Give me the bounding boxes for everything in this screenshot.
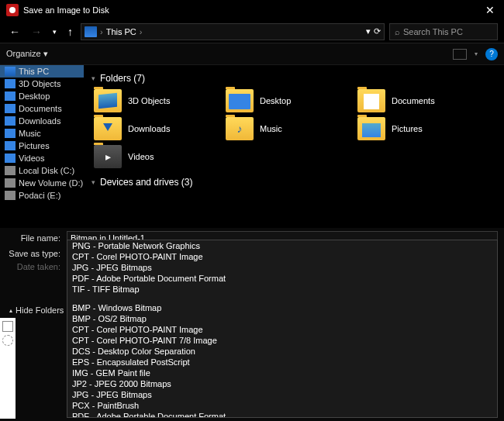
dropdown-option[interactable]: DCS - Desktop Color Separation <box>67 346 497 357</box>
sidebar-item-label: Desktop <box>19 91 50 101</box>
view-dropdown-icon[interactable]: ▾ <box>475 50 478 57</box>
close-icon[interactable]: ✕ <box>482 4 498 16</box>
folder-icon <box>94 117 122 140</box>
sidebar-item-local-disk-c-[interactable]: Local Disk (C:) <box>0 164 84 177</box>
dropdown-option[interactable]: CPT - Corel PHOTO-PAINT Image <box>67 324 497 335</box>
refresh-icon[interactable]: ⟳ <box>374 26 381 36</box>
sidebar-item-label: 3D Objects <box>19 79 60 88</box>
dropdown-option[interactable]: JP2 - JPEG 2000 Bitmaps <box>67 378 497 389</box>
back-button[interactable]: ← <box>6 24 23 40</box>
dropdown-option[interactable]: BMP - Windows Bitmap <box>67 302 497 313</box>
up-button[interactable]: ↑ <box>64 24 76 40</box>
hide-folders-button[interactable]: Hide Folders <box>0 302 73 318</box>
dropdown-option[interactable]: CPT - Corel PHOTO-PAINT 7/8 Image <box>67 335 497 346</box>
pc-icon <box>85 26 97 37</box>
folder-icon <box>94 145 122 168</box>
dropdown-option[interactable]: PNG - Portable Network Graphics <box>67 240 497 251</box>
sidebar-item-label: Local Disk (C:) <box>19 166 74 175</box>
tool-panel <box>0 318 16 419</box>
folder-desktop[interactable]: Desktop <box>223 87 355 115</box>
sidebar-item-videos[interactable]: Videos <box>0 152 84 164</box>
help-button[interactable]: ? <box>485 48 498 60</box>
tool-slot[interactable] <box>2 335 13 346</box>
sidebar: This PC3D ObjectsDesktopDocumentsDownloa… <box>0 65 84 228</box>
sidebar-item-desktop[interactable]: Desktop <box>0 90 84 102</box>
sidebar-item-downloads[interactable]: Downloads <box>0 115 84 127</box>
drives-section-header[interactable]: Devices and drives (3) <box>91 174 496 191</box>
tool-slot[interactable] <box>2 321 13 332</box>
folder-icon <box>94 89 122 112</box>
sidebar-item-label: New Volume (D:) <box>19 178 83 188</box>
datetaken-label: Date taken: <box>6 262 67 271</box>
folder-label: Documents <box>392 96 435 105</box>
search-input[interactable]: ⌕ Search This PC <box>389 23 498 40</box>
toolbar: Organize ▾ ▾ ? <box>0 43 504 65</box>
sidebar-item-label: This PC <box>19 67 49 76</box>
dropdown-option[interactable]: PDF - Adobe Portable Document Format <box>67 411 497 418</box>
folder-icon <box>226 89 254 112</box>
sidebar-item-label: Documents <box>19 104 62 113</box>
dl-icon <box>5 116 16 126</box>
disk-icon <box>5 191 16 200</box>
folders-section-header[interactable]: Folders (7) <box>91 70 496 87</box>
sidebar-item-podaci-e-[interactable]: Podaci (E:) <box>0 189 84 202</box>
filename-label: File name: <box>6 233 67 243</box>
navbar: ← → ▾ ↑ › This PC › ▾ ⟳ ⌕ Search This PC <box>0 20 504 43</box>
titlebar: Save an Image to Disk ✕ <box>0 0 504 20</box>
vid-icon <box>5 154 16 163</box>
dropdown-option[interactable]: IMG - GEM Paint file <box>67 368 497 378</box>
sidebar-item-music[interactable]: Music <box>0 127 84 140</box>
sidebar-item-pictures[interactable]: Pictures <box>0 140 84 152</box>
sidebar-item-label: Downloads <box>19 116 60 126</box>
folder-documents[interactable]: Documents <box>355 87 487 115</box>
dropdown-option[interactable]: JPG - JPEG Bitmaps <box>67 262 497 273</box>
window-title: Save an Image to Disk <box>23 5 482 15</box>
3d-icon <box>5 79 16 88</box>
chevron-down-icon[interactable]: ▾ <box>366 26 371 36</box>
sidebar-item-label: Podaci (E:) <box>19 191 60 200</box>
folder-label: Desktop <box>260 96 291 105</box>
app-icon <box>6 4 19 16</box>
folder-downloads[interactable]: Downloads <box>91 115 223 143</box>
sidebar-item-label: Music <box>19 129 41 138</box>
organize-button[interactable]: Organize ▾ <box>6 49 48 59</box>
address-bar[interactable]: › This PC › ▾ ⟳ <box>81 23 385 40</box>
folder-label: 3D Objects <box>128 96 170 105</box>
address-location: This PC <box>106 27 136 36</box>
folder-music[interactable]: Music <box>223 115 355 143</box>
folder-label: Music <box>260 124 282 133</box>
disk-icon <box>5 178 16 188</box>
search-icon: ⌕ <box>395 27 400 36</box>
folder-label: Downloads <box>128 124 170 133</box>
sidebar-item-new-volume-d-[interactable]: New Volume (D:) <box>0 177 84 189</box>
sidebar-item-3d-objects[interactable]: 3D Objects <box>0 78 84 90</box>
dropdown-option[interactable]: TIF - TIFF Bitmap <box>67 284 497 295</box>
disk-icon <box>5 166 16 175</box>
dropdown-option[interactable]: BMP - OS/2 Bitmap <box>67 313 497 324</box>
filetype-dropdown[interactable]: PNG - Portable Network GraphicsCPT - Cor… <box>67 240 498 418</box>
dropdown-option[interactable]: PDF - Adobe Portable Document Format <box>67 273 497 284</box>
dropdown-option[interactable]: CPT - Corel PHOTO-PAINT Image <box>67 251 497 262</box>
folder-label: Pictures <box>392 124 423 133</box>
dropdown-option[interactable]: JPG - JPEG Bitmaps <box>67 389 497 400</box>
music-icon <box>5 129 16 138</box>
sidebar-item-label: Pictures <box>19 141 50 150</box>
folder-icon <box>226 117 254 140</box>
saveastype-label: Save as type: <box>6 249 67 258</box>
desk-icon <box>5 91 16 101</box>
dropdown-option[interactable]: EPS - Encapsulated PostScript <box>67 357 497 368</box>
view-button[interactable] <box>453 49 467 60</box>
recent-button[interactable]: ▾ <box>50 26 60 37</box>
sidebar-item-label: Videos <box>19 154 44 163</box>
pc-icon <box>5 67 16 76</box>
doc-icon <box>5 104 16 113</box>
sidebar-item-this-pc[interactable]: This PC <box>0 65 84 78</box>
dropdown-option[interactable]: PCX - PaintBrush <box>67 400 497 411</box>
sidebar-item-documents[interactable]: Documents <box>0 102 84 115</box>
folder-videos[interactable]: Videos <box>91 143 223 171</box>
folder-pictures[interactable]: Pictures <box>355 115 487 143</box>
folder-3d-objects[interactable]: 3D Objects <box>91 87 223 115</box>
folder-icon <box>357 117 385 140</box>
dropdown-separator <box>67 295 497 302</box>
content-area: Folders (7) 3D ObjectsDesktopDocumentsDo… <box>84 65 504 228</box>
